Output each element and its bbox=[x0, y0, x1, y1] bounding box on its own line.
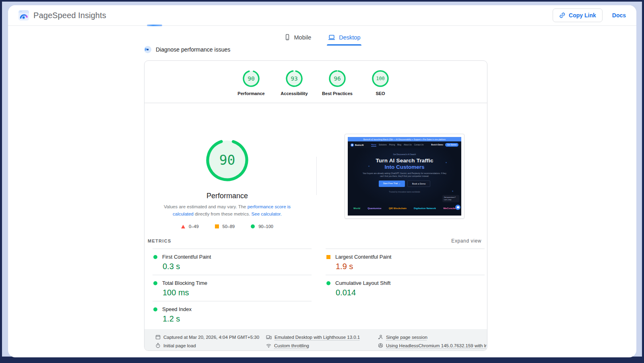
score-accessibility[interactable]: 93 Accessibility bbox=[273, 70, 316, 103]
browser-version-item: Using HeadlessChromium 145.0.7632.159 wi… bbox=[378, 341, 487, 350]
site-nav-home: Home bbox=[371, 144, 376, 146]
see-calculator-link[interactable]: See calculator. bbox=[252, 212, 282, 216]
legend-average-range: 50–89 bbox=[223, 224, 235, 229]
site-chat-bubble: Got questions? Let's chat bbox=[442, 195, 459, 202]
site-logo-qie: QIE Blockchain bbox=[389, 207, 407, 210]
app-logo-link[interactable]: PageSpeed Insights bbox=[19, 10, 106, 21]
site-hero-badge: Get Discovered in AI Search bbox=[348, 148, 461, 156]
lighthouse-report-card: 90 Performance 93 Accessibility bbox=[144, 60, 487, 351]
header-actions: Copy Link Docs bbox=[553, 8, 626, 22]
site-cta-secondary: Book a Demo bbox=[407, 180, 430, 187]
score-disclaimer: Values are estimated and may vary. The p… bbox=[158, 203, 297, 218]
browser-version-text[interactable]: Using HeadlessChromium 145.0.7632.159 wi… bbox=[386, 343, 487, 348]
legend-fail: 0–49 bbox=[181, 224, 198, 229]
metrics-heading: METRICS bbox=[148, 239, 171, 243]
metric-name: First Contentful Paint bbox=[162, 254, 211, 260]
site-logo-world: World bbox=[353, 207, 360, 210]
disclaimer-text-1: Values are estimated and may vary. The bbox=[164, 204, 248, 209]
site-hero-heading-2: Into Customers bbox=[348, 164, 461, 170]
app-window: PageSpeed Insights Copy Link Docs bbox=[8, 5, 636, 357]
custom-throttling-text[interactable]: Custom throttling bbox=[274, 343, 309, 348]
legend-good: 90–100 bbox=[251, 224, 273, 229]
devices-icon bbox=[266, 334, 272, 340]
legend-average: 50–89 bbox=[215, 224, 235, 229]
best-practices-score-value: 96 bbox=[328, 70, 346, 87]
tab-mobile-label: Mobile bbox=[294, 34, 312, 41]
link-icon bbox=[559, 12, 566, 19]
expand-view-link[interactable]: Expand view bbox=[451, 238, 481, 244]
accessibility-score-value: 93 bbox=[285, 70, 303, 87]
fail-triangle-icon bbox=[181, 225, 185, 228]
seo-score-value: 100 bbox=[372, 70, 389, 87]
site-nav-solutions: Solutions bbox=[379, 144, 387, 146]
legend-fail-range: 0–49 bbox=[189, 224, 198, 229]
device-tabs: Mobile Desktop bbox=[8, 29, 636, 45]
site-hero-ctas: Start Free Trial → Book a Demo bbox=[348, 180, 461, 187]
score-best-practices[interactable]: 96 Best Practices bbox=[316, 70, 359, 103]
good-circle-icon bbox=[153, 281, 157, 285]
pagespeed-logo-icon bbox=[19, 10, 29, 21]
metrics-grid: First Contentful Paint 0.3 s Largest Con… bbox=[153, 249, 479, 327]
performance-summary-region: 90 Performance Values are estimated and … bbox=[144, 103, 487, 239]
site-banner: BotricAI v2 launching March 25th — AI Di… bbox=[348, 137, 461, 141]
legend-good-range: 90–100 bbox=[258, 224, 273, 229]
docs-link[interactable]: Docs bbox=[612, 12, 626, 19]
category-scores-row: 90 Performance 93 Accessibility bbox=[144, 61, 487, 103]
metric-cumulative-layout-shift: Cumulative Layout Shift 0.014 bbox=[326, 275, 485, 301]
good-circle-icon bbox=[153, 255, 157, 259]
metric-value: 0.014 bbox=[326, 288, 485, 297]
good-circle-icon bbox=[326, 281, 330, 285]
emulated-device-text[interactable]: Emulated Desktop with Lighthouse 13.0.1 bbox=[275, 335, 360, 340]
site-cta-primary: Start Free Trial → bbox=[379, 180, 405, 187]
main-gauge-value: 90 bbox=[206, 139, 249, 182]
initial-page-load-item: Initial page load bbox=[155, 341, 266, 350]
site-nav-pricing: Pricing bbox=[389, 144, 395, 146]
performance-score-label: Performance bbox=[230, 91, 273, 96]
score-performance[interactable]: 90 Performance bbox=[230, 70, 273, 103]
diagnose-section-header: Diagnose performance issues bbox=[144, 46, 230, 53]
performance-section-title: Performance bbox=[144, 192, 310, 200]
average-square-icon bbox=[215, 224, 219, 228]
best-practices-score-label: Best Practices bbox=[316, 91, 359, 96]
site-chat-button bbox=[455, 205, 460, 210]
tab-mobile[interactable]: Mobile bbox=[283, 29, 313, 45]
score-seo[interactable]: 100 SEO bbox=[359, 70, 402, 103]
good-circle-icon bbox=[153, 307, 157, 311]
site-nav-about: About Us bbox=[404, 144, 412, 146]
metric-name: Speed Index bbox=[162, 306, 192, 312]
site-get-started: Get Started bbox=[445, 143, 458, 147]
column-divider bbox=[316, 157, 317, 195]
metric-value: 1.2 s bbox=[153, 314, 312, 324]
app-header: PageSpeed Insights Copy Link Docs bbox=[8, 5, 636, 26]
metric-value: 1.9 s bbox=[326, 262, 485, 271]
score-legend: 0–49 50–89 90–100 bbox=[144, 224, 310, 229]
captured-at-item: Captured at Mar 20, 2026, 4:04 PM GMT+5:… bbox=[155, 333, 266, 341]
diagnose-title: Diagnose performance issues bbox=[156, 46, 230, 53]
single-page-session-text[interactable]: Single page session bbox=[386, 335, 427, 340]
clipped-scrolled-element bbox=[147, 25, 162, 26]
single-page-session-item: Single page session bbox=[378, 333, 487, 341]
site-logo-icon bbox=[351, 143, 354, 147]
page-screenshot-thumbnail[interactable]: BotricAI v2 launching March 25th — AI Di… bbox=[345, 134, 464, 219]
copy-link-button[interactable]: Copy Link bbox=[553, 8, 603, 22]
capture-info-footer: Captured at Mar 20, 2026, 4:04 PM GMT+5:… bbox=[144, 329, 487, 351]
metric-largest-contentful-paint: Largest Contentful Paint 1.9 s bbox=[326, 249, 485, 275]
metrics-header-row: METRICS Expand view bbox=[148, 238, 481, 244]
app-title: PageSpeed Insights bbox=[33, 11, 106, 20]
metric-first-contentful-paint: First Contentful Paint 0.3 s bbox=[153, 249, 312, 275]
desktop-laptop-icon bbox=[328, 34, 335, 41]
gauge-icon bbox=[144, 46, 151, 53]
site-logo-digibution: Digibution Network bbox=[414, 207, 436, 210]
site-hero: Get Discovered in AI Search Turn AI Sear… bbox=[348, 148, 461, 211]
chromium-icon bbox=[378, 343, 383, 348]
performance-score-value: 90 bbox=[242, 70, 260, 87]
site-nav-links: Home Solutions Pricing Blog About Us Con… bbox=[371, 144, 423, 146]
metric-value: 100 ms bbox=[153, 288, 312, 297]
session-icon bbox=[378, 334, 383, 340]
initial-page-load-text: Initial page load bbox=[163, 343, 196, 348]
captured-at-text: Captured at Mar 20, 2026, 4:04 PM GMT+5:… bbox=[163, 335, 259, 340]
site-brand: BotricAI bbox=[355, 144, 363, 146]
site-hero-heading-1: Turn AI Search Traffic bbox=[348, 158, 461, 164]
metric-name: Largest Contentful Paint bbox=[335, 254, 391, 260]
tab-desktop[interactable]: Desktop bbox=[327, 29, 361, 45]
